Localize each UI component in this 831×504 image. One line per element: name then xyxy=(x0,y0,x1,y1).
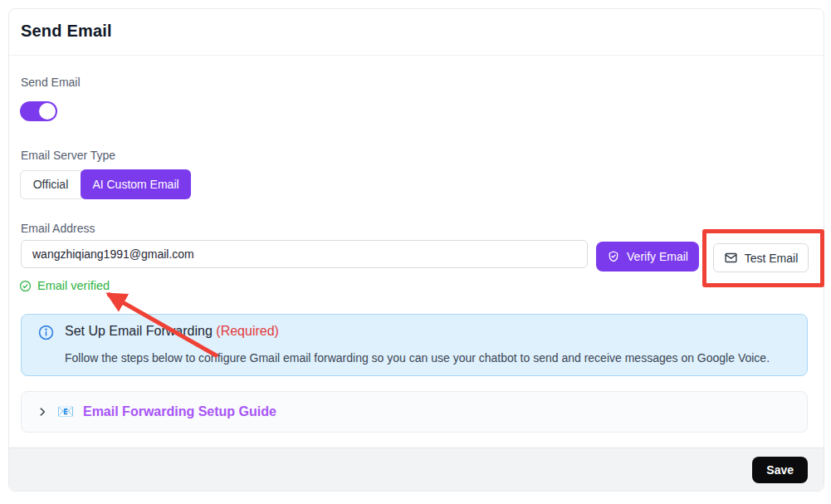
info-title-text: Set Up Email Forwarding xyxy=(65,324,216,338)
email-emoji-icon: 📧 xyxy=(57,405,74,418)
footer-bar: Save xyxy=(9,448,824,491)
info-required-text: (Required) xyxy=(216,324,279,338)
panel-header: Send Email xyxy=(9,9,824,56)
send-email-settings-page: Send Email Send Email Email Server Type … xyxy=(0,0,831,504)
save-button[interactable]: Save xyxy=(752,457,808,483)
email-verified-text: Email verified xyxy=(37,279,110,292)
email-forwarding-guide-toggle[interactable]: 📧 Email Forwarding Setup Guide xyxy=(21,391,808,433)
email-address-input[interactable] xyxy=(21,240,588,268)
toggle-knob xyxy=(39,103,56,120)
email-address-label: Email Address xyxy=(21,222,95,235)
test-email-label: Test Email xyxy=(745,252,799,265)
verify-email-button[interactable]: Verify Email xyxy=(596,242,699,272)
send-email-label: Send Email xyxy=(21,76,81,89)
email-server-type-label: Email Server Type xyxy=(21,149,115,162)
info-banner-title: Set Up Email Forwarding (Required) xyxy=(65,324,279,339)
info-banner: Set Up Email Forwarding (Required) Follo… xyxy=(21,314,808,376)
verify-email-label: Verify Email xyxy=(627,250,688,263)
chevron-right-icon xyxy=(37,406,48,418)
check-circle-icon xyxy=(19,280,32,292)
server-type-official-button[interactable]: Official xyxy=(20,170,81,199)
page-title: Send Email xyxy=(21,22,112,41)
server-type-ai-custom-button[interactable]: AI Custom Email xyxy=(81,169,191,199)
info-icon xyxy=(38,325,54,340)
email-verified-status: Email verified xyxy=(19,279,110,292)
send-email-panel: Send Email Send Email Email Server Type … xyxy=(8,8,824,492)
send-email-toggle[interactable] xyxy=(20,101,57,121)
test-email-button[interactable]: Test Email xyxy=(713,243,809,272)
shield-check-icon xyxy=(607,250,620,263)
email-server-type-segment: Official AI Custom Email xyxy=(20,169,191,199)
envelope-icon xyxy=(724,251,738,265)
guide-title: Email Forwarding Setup Guide xyxy=(83,404,276,419)
info-banner-description: Follow the steps below to configure Gmai… xyxy=(65,351,770,365)
